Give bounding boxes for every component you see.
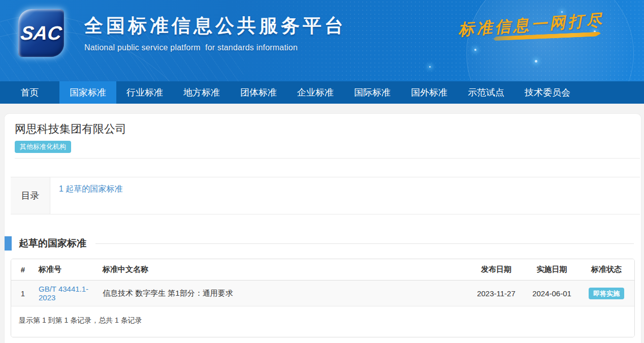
row-index: 1 — [11, 280, 35, 306]
pagination-summary: 显示第 1 到第 1 条记录，总共 1 条记录 — [11, 306, 634, 337]
nav-item-home[interactable]: 首页 — [0, 81, 59, 104]
column-header-publish-date: 发布日期 — [467, 259, 525, 280]
organization-header: 网思科技集团有限公司 其他标准化机构 — [5, 114, 641, 153]
site-title-block: 全国标准信息公共服务平台 National public service pla… — [84, 13, 346, 52]
nav-item-technical-committees[interactable]: 技术委员会 — [514, 81, 581, 104]
implement-date-cell: 2024-06-01 — [525, 280, 578, 306]
sac-logo[interactable]: SAC — [18, 9, 64, 57]
status-cell: 即将实施 — [578, 280, 634, 306]
nav-item-enterprise-standards[interactable]: 企业标准 — [287, 81, 344, 104]
globe-decoration — [466, 0, 634, 81]
sparkle-dot — [535, 60, 537, 63]
toc-box: 目录 1 起草的国家标准 — [11, 177, 640, 214]
sparkle-dot — [429, 66, 431, 68]
site-title-chinese: 全国标准信息公共服务平台 — [84, 13, 346, 39]
section-header: 起草的国家标准 — [5, 236, 634, 251]
toc-link-drafted-national-standards[interactable]: 1 起草的国家标准 — [59, 184, 122, 193]
standards-table-container: # 标准号 标准中文名称 发布日期 实施日期 标准状态 1 GB/T 43441… — [11, 259, 635, 337]
status-badge: 即将实施 — [589, 288, 624, 299]
column-header-index: # — [11, 259, 35, 280]
sparkle-dot — [474, 49, 476, 51]
column-header-status: 标准状态 — [578, 259, 634, 280]
standard-number-link[interactable]: GB/T 43441.1-2023 — [39, 285, 88, 302]
sac-logo-text: SAC — [19, 22, 63, 44]
section-marker — [5, 236, 12, 251]
nav-item-foreign-standards[interactable]: 国外标准 — [401, 81, 458, 104]
divider-line — [15, 158, 640, 159]
main-nav: 首页 国家标准 行业标准 地方标准 团体标准 企业标准 国际标准 国外标准 示范… — [0, 81, 644, 104]
section-rule-line — [95, 243, 634, 244]
toc-body: 1 起草的国家标准 — [50, 177, 640, 214]
column-header-implement-date: 实施日期 — [525, 259, 578, 280]
organization-name: 网思科技集团有限公司 — [15, 121, 631, 136]
publish-date-cell: 2023-11-27 — [467, 280, 525, 306]
toc-label: 目录 — [11, 177, 50, 214]
standards-table: # 标准号 标准中文名称 发布日期 实施日期 标准状态 1 GB/T 43441… — [11, 259, 634, 306]
nav-item-local-standards[interactable]: 地方标准 — [173, 81, 230, 104]
content-card: 网思科技集团有限公司 其他标准化机构 目录 1 起草的国家标准 起草的国家标准 … — [4, 113, 641, 343]
nav-item-national-standards[interactable]: 国家标准 — [59, 81, 116, 104]
nav-item-group-standards[interactable]: 团体标准 — [230, 81, 287, 104]
column-header-standard-number: 标准号 — [35, 259, 99, 280]
table-row: 1 GB/T 43441.1-2023 信息技术 数字孪生 第1部分：通用要求 … — [11, 280, 634, 306]
standard-name-cell: 信息技术 数字孪生 第1部分：通用要求 — [99, 280, 467, 306]
column-header-standard-chinese-name: 标准中文名称 — [99, 259, 467, 280]
table-header-row: # 标准号 标准中文名称 发布日期 实施日期 标准状态 — [11, 259, 634, 280]
nav-item-international-standards[interactable]: 国际标准 — [344, 81, 401, 104]
section-title: 起草的国家标准 — [19, 237, 86, 250]
nav-item-pilot-programs[interactable]: 示范试点 — [458, 81, 514, 104]
nav-item-industry-standards[interactable]: 行业标准 — [116, 81, 173, 104]
site-title-english: National public service platform for sta… — [84, 43, 346, 52]
site-banner: SAC 全国标准信息公共服务平台 National public service… — [0, 0, 644, 81]
standard-number-cell: GB/T 43441.1-2023 — [35, 280, 99, 306]
organization-type-badge: 其他标准化机构 — [15, 141, 71, 153]
